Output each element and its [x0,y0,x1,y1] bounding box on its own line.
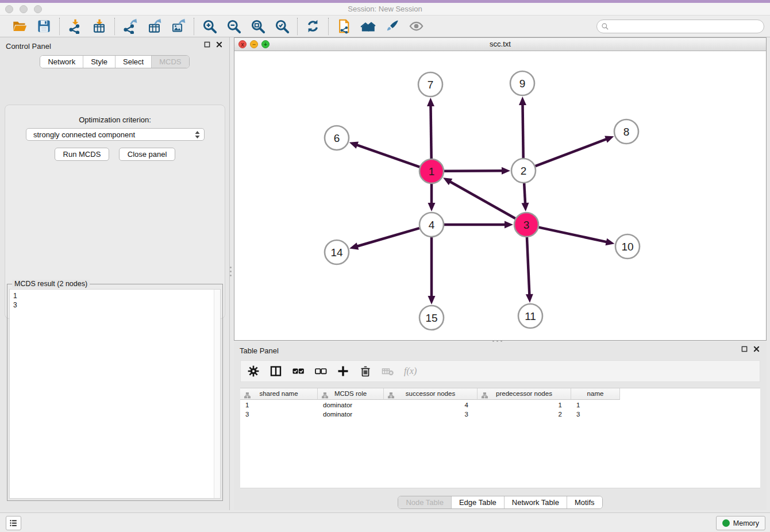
memory-button[interactable]: Memory [716,516,765,530]
hide-panel-icon [409,18,424,34]
column-header-label: MCDS role [334,390,367,397]
save-session-icon[interactable] [36,18,52,34]
search-input[interactable] [609,21,764,32]
export-image-icon[interactable] [171,18,186,34]
column-header-label: shared name [259,390,298,397]
mcds-result-group: MCDS result (2 nodes) 13 [7,284,223,501]
export-table-icon[interactable] [147,18,162,34]
graph-node-label: 2 [521,165,527,177]
graph-node-label: 11 [525,310,536,322]
graph-edge-3-1[interactable] [449,181,515,218]
network-minimize-button[interactable]: – [250,40,258,48]
run-mcds-button[interactable]: Run MCDS [55,148,110,161]
zoom-out-icon[interactable] [226,18,241,34]
graph-edge-arrowhead [521,203,529,211]
column-header-predecessor-nodes[interactable]: predecessor nodes [478,388,571,400]
graph-edge-2-8[interactable] [536,138,608,166]
table-tab-node-table[interactable]: Node Table [398,496,451,508]
graph-node-label: 9 [519,78,526,90]
mcds-result-line: 1 [13,291,220,300]
float-panel-icon[interactable] [204,41,210,48]
select-all-icon[interactable] [291,364,305,378]
add-column-icon[interactable] [336,364,350,378]
table-row[interactable]: 3dominator323 [240,410,760,419]
table-panel-title: Table Panel [240,346,279,355]
optimization-criterion-value: strongly connected component [33,130,135,139]
import-network-icon[interactable] [67,18,83,34]
settings-icon[interactable] [247,364,260,378]
graph-edge-1-2[interactable] [444,171,503,171]
graph-edge-2-9[interactable] [522,103,523,158]
task-history-button[interactable] [6,516,21,530]
memory-label: Memory [733,519,759,527]
table-tab-motifs[interactable]: Motifs [567,496,602,508]
delete-column-icon[interactable] [359,364,372,378]
float-table-panel-icon[interactable] [741,346,748,352]
cell-MCDS-role: dominator [318,400,384,410]
deselect-all-icon[interactable] [314,364,328,378]
table-tab-network-table[interactable]: Network Table [504,496,567,508]
tab-mcds[interactable]: MCDS [151,56,188,68]
network-canvas[interactable]: 1234678910111415 [234,51,766,340]
graph-node-9[interactable]: 9 [510,71,534,95]
clone-network-icon[interactable] [336,18,352,34]
graph-node-6[interactable]: 6 [325,126,349,150]
network-close-button[interactable]: x [238,40,247,48]
graph-node-14[interactable]: 14 [325,240,349,264]
column-header-name[interactable]: name [571,388,620,400]
tab-select[interactable]: Select [115,56,151,68]
close-panel-button[interactable]: Close panel [119,148,176,161]
graph-node-3[interactable]: 3 [514,213,538,237]
table-tab-edge-table[interactable]: Edge Table [451,496,504,508]
graph-node-2[interactable]: 2 [511,159,536,183]
graph-node-4[interactable]: 4 [419,213,444,237]
network-maximize-button[interactable]: + [261,40,270,48]
optimization-criterion-select[interactable]: strongly connected component [26,128,205,141]
refresh-icon[interactable] [305,18,321,34]
result-scrollbar[interactable] [214,290,220,498]
graph-node-15[interactable]: 15 [419,306,444,330]
graph-node-11[interactable]: 11 [518,304,542,328]
apply-style-icon[interactable] [384,18,400,34]
import-table-icon[interactable] [91,18,107,34]
tab-network[interactable]: Network [40,56,83,68]
home-icon[interactable] [360,18,376,34]
export-network-icon[interactable] [122,18,138,34]
graph-node-8[interactable]: 8 [614,119,638,144]
search-box[interactable] [596,20,764,33]
tab-style[interactable]: Style [83,56,115,68]
graph-edge-4-14[interactable] [356,228,419,246]
zoom-selected-icon[interactable] [274,18,290,34]
graph-edge-arrowhead [502,167,510,175]
vertical-splitter-handle[interactable] [229,261,232,281]
graph-edge-1-6[interactable] [356,145,419,167]
browse-mode-icon[interactable] [269,364,283,378]
graph-edge-1-7[interactable] [430,105,431,159]
close-panel-icon[interactable] [216,41,222,48]
graph-node-10[interactable]: 10 [615,234,640,259]
delete-table-icon [381,364,395,378]
zoom-in-icon[interactable] [202,18,217,34]
graph-node-7[interactable]: 7 [418,72,442,97]
graph-node-1[interactable]: 1 [419,159,444,183]
graph-edge-3-10[interactable] [539,228,608,242]
column-header-label: successor nodes [406,390,455,397]
graph-edge-2-3[interactable] [524,183,525,205]
graph-edge-arrowhead [505,221,513,229]
graph-node-label: 1 [429,165,435,178]
table-row[interactable]: 1dominator411 [240,400,760,410]
mcds-result-text[interactable]: 13 [9,289,221,499]
open-session-icon[interactable] [12,18,28,34]
graph-edge-3-11[interactable] [527,237,529,296]
network-view-window: x – + scc.txt 1234678910111415 [234,37,767,341]
graph-node-label: 8 [623,126,630,138]
column-type-icon [388,391,394,398]
zoom-fit-icon[interactable] [250,18,265,34]
column-header-successor-nodes[interactable]: successor nodes [384,388,478,400]
column-header-MCDS-role[interactable]: MCDS role [318,388,384,400]
network-graph[interactable]: 1234678910111415 [234,51,766,340]
column-header-shared-name[interactable]: shared name [240,388,318,400]
graph-node-label: 4 [429,219,435,231]
close-table-panel-icon[interactable] [753,346,760,352]
network-view-titlebar[interactable]: x – + scc.txt [234,38,766,51]
